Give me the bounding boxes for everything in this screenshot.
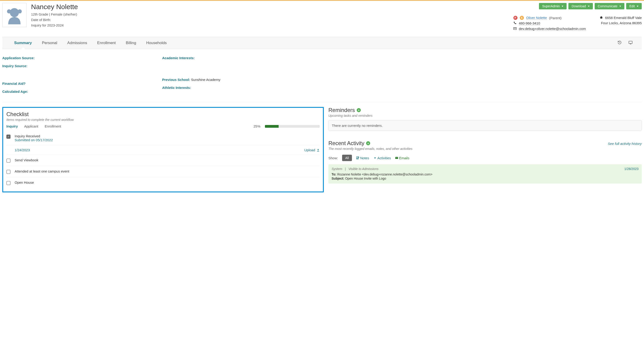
filter-all[interactable]: All	[342, 155, 352, 161]
financial-aid-label: Financial Aid?	[2, 82, 26, 86]
inquiry-source-label: Inquiry Source:	[2, 64, 28, 68]
add-activity-button[interactable]: +	[366, 141, 370, 145]
previous-school-label: Previous School:	[162, 78, 190, 82]
checklist-checkbox[interactable]	[6, 135, 10, 139]
contact-phone[interactable]: 480-966-3410	[519, 21, 540, 25]
previous-school-value: Sunshine Academy	[191, 78, 220, 82]
reminders-subtitle: Upcoming tasks and reminders	[328, 114, 642, 117]
filter-emails-label: Emails	[399, 156, 410, 160]
communicate-button[interactable]: Communicate	[595, 3, 624, 9]
monitor-icon[interactable]	[628, 41, 632, 46]
contact-relation: (Parent)	[549, 16, 562, 20]
checklist-checkbox[interactable]	[6, 159, 10, 163]
checklist-tab-enrollment[interactable]: Enrollment	[45, 124, 61, 128]
download-button[interactable]: Download	[568, 3, 592, 9]
filter-notes[interactable]: Notes	[356, 156, 369, 160]
activity-subject-value: Open House Invite with Logo	[345, 177, 386, 180]
checklist-item-sublink[interactable]: Submitted on 05/17/2022	[14, 138, 320, 142]
edit-label: Edit	[630, 4, 635, 8]
activity-card[interactable]: System | Visible to Admissions 1/28/2023…	[328, 164, 642, 183]
reminders-title: Reminders	[328, 107, 355, 113]
filter-activities-label: Activities	[377, 156, 391, 160]
checklist-subtitle: Items required to complete the current w…	[6, 118, 320, 122]
checklist-item-title: Open House	[14, 181, 320, 184]
tab-admissions[interactable]: Admissions	[62, 37, 92, 49]
activity-subtitle: The most recently logged emails, notes, …	[328, 147, 642, 151]
calculated-age-label: Calculated Age:	[2, 90, 28, 94]
academic-interests-label: Academic Interests:	[162, 56, 195, 60]
activity-source: System	[332, 167, 342, 171]
tab-summary[interactable]: Summary	[9, 37, 37, 49]
tab-personal[interactable]: Personal	[37, 37, 62, 49]
svg-point-0	[10, 8, 19, 17]
communicate-label: Communicate	[598, 4, 618, 8]
filter-emails[interactable]: Emails	[395, 156, 410, 160]
secondary-badge-icon: S	[520, 16, 524, 20]
activity-subject-label: Subject:	[332, 177, 344, 180]
filter-activities[interactable]: Activities	[373, 156, 391, 160]
chevron-down-icon	[588, 6, 590, 7]
grade-gender: 12th Grade | Female (she/her)	[31, 12, 509, 17]
activity-visibility: Visible to Admissions	[348, 167, 379, 171]
dob-label: Date of Birth:	[31, 17, 509, 23]
superadmin-label: SuperAdmin	[542, 4, 560, 8]
avatar	[2, 3, 26, 27]
tab-bar: Summary Personal Admissions Enrollment B…	[2, 37, 642, 49]
address-line2: Four Locks, Arizona 86395	[600, 21, 642, 25]
checklist-item-title: Send Viewbook	[14, 158, 320, 162]
checklist-title: Checklist	[6, 111, 320, 117]
checklist-checkbox[interactable]	[6, 170, 10, 174]
checklist-item-title: Attended at least one campus event	[14, 169, 320, 173]
activity-to-value: Rozanne Nolette <dev.debug+rozanne.nolet…	[337, 173, 432, 176]
envelope-icon	[513, 27, 516, 31]
application-source-label: Application Source:	[2, 56, 35, 60]
activity-date: 1/28/2023	[624, 167, 638, 171]
tab-enrollment[interactable]: Enrollment	[92, 37, 121, 49]
tab-households[interactable]: Households	[141, 37, 172, 49]
checklist-date-link[interactable]: 1/24/2023	[14, 148, 30, 152]
address-line1: 6658 Emerald Bluff Vale	[605, 16, 642, 20]
show-label: Show:	[328, 156, 338, 160]
progress-bar	[265, 125, 320, 128]
progress-percent: 25%	[254, 124, 260, 128]
home-icon	[600, 16, 603, 20]
chevron-down-icon	[562, 6, 564, 7]
checklist-checkbox[interactable]	[6, 181, 10, 185]
svg-rect-3	[629, 41, 632, 44]
primary-badge-icon: P	[513, 16, 518, 20]
chevron-down-icon	[637, 6, 638, 7]
tab-billing[interactable]: Billing	[121, 37, 141, 49]
add-reminder-button[interactable]: +	[357, 108, 361, 112]
checklist-tab-applicant[interactable]: Applicant	[24, 124, 38, 128]
athletic-interests-label: Athletic Interests:	[162, 86, 191, 90]
contact-name-link[interactable]: Oliver Nolette	[526, 16, 547, 20]
download-label: Download	[572, 4, 586, 8]
full-history-link[interactable]: See full activity history	[608, 142, 642, 146]
svg-point-1	[7, 9, 11, 14]
activity-title: Recent Activity	[328, 140, 364, 146]
superadmin-button[interactable]: SuperAdmin	[539, 3, 566, 9]
upload-label: Upload	[304, 148, 315, 152]
activity-to-label: To:	[332, 173, 336, 176]
filter-notes-label: Notes	[360, 156, 369, 160]
svg-point-2	[18, 9, 22, 14]
checklist-panel: Checklist Items required to complete the…	[2, 107, 324, 192]
checklist-tab-inquiry[interactable]: Inquiry	[6, 124, 18, 128]
status-line: Inquiry for 2023-2024	[31, 23, 509, 28]
checklist-item-title: Inquiry Received	[14, 134, 320, 138]
history-icon[interactable]	[618, 41, 622, 46]
upload-link[interactable]: Upload	[304, 148, 320, 152]
phone-icon	[513, 22, 516, 25]
contact-email[interactable]: dev.debug+oliver.nolette@schooladmin.com	[519, 27, 586, 31]
chevron-down-icon	[619, 6, 621, 7]
edit-button[interactable]: Edit	[626, 3, 642, 9]
reminders-empty: There are currently no reminders.	[328, 120, 642, 131]
student-name: Nancey Nolette	[31, 3, 509, 11]
